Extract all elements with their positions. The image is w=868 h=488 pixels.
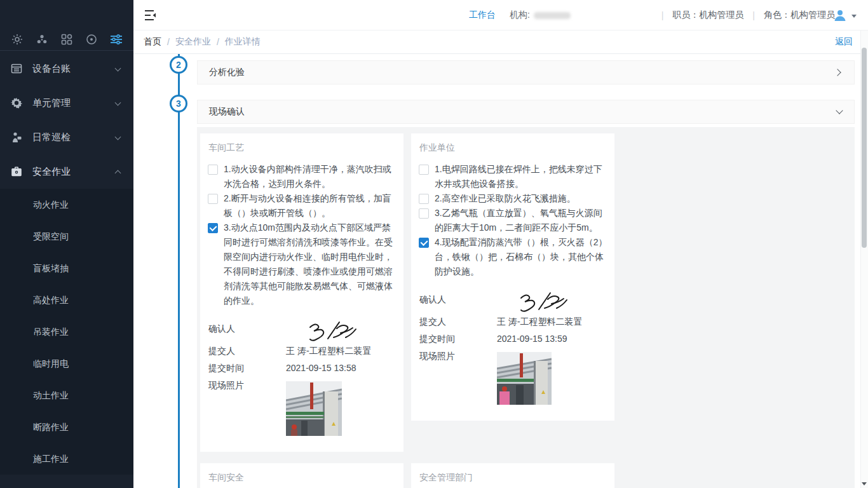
breadcrumb-safety-work[interactable]: 安全作业 — [175, 36, 211, 48]
org-label: 机构: — [510, 10, 530, 21]
card-title: 作业单位 — [419, 142, 609, 154]
sidebar-item-equipment-ledger[interactable]: 设备台账 — [0, 51, 133, 86]
card-title: 安全管理部门 — [419, 472, 609, 484]
menu-fold-icon[interactable] — [144, 10, 157, 21]
user-menu[interactable] — [833, 0, 857, 30]
checkbox[interactable] — [208, 165, 218, 175]
submitter-label: 提交人 — [208, 346, 286, 357]
checklist-item: 3.动火点10m范围内及动火点下部区域严禁同时进行可燃溶剂清洗和喷漆等作业。在受… — [206, 220, 398, 308]
checkbox[interactable] — [419, 208, 429, 219]
timeline-step-2: 2 — [170, 56, 187, 74]
card-workshop-process: 车间工艺 1.动火设备内部构件清理干净，蒸汽吹扫或水洗合格，达到用火条件。 2.… — [200, 133, 403, 452]
chevron-down-icon — [114, 133, 122, 141]
trefoil-icon[interactable] — [35, 32, 49, 46]
time-label: 提交时间 — [419, 334, 497, 345]
breadcrumb-job-detail: 作业详情 — [225, 36, 261, 48]
scroll-down-arrow-icon — [862, 482, 867, 485]
target-icon[interactable] — [85, 32, 98, 46]
checkbox[interactable] — [419, 238, 429, 248]
sidebar-item-daily-inspection[interactable]: 日常巡检 — [0, 120, 133, 154]
topbar-user-info: | 职员：机构管理员 | 角色：机构管理员 — [653, 0, 835, 30]
checkbox[interactable] — [208, 194, 218, 204]
site-photo[interactable] — [497, 351, 609, 405]
photo-label: 现场照片 — [419, 351, 497, 362]
submitter-label: 提交人 — [419, 316, 497, 328]
checkbox[interactable] — [208, 223, 218, 233]
org-name-redacted — [534, 12, 571, 19]
checklist-text: 4.现场配置消防蒸汽带（）根，灭火器（2）台，铁锹（）把，石棉布（）块，其他个体… — [435, 235, 609, 279]
photo-label: 现场照片 — [208, 380, 286, 391]
timeline-step-3: 3 — [170, 95, 187, 112]
checkbox[interactable] — [419, 165, 429, 175]
checklist-item: 3.乙烯气瓶（直立放置）、氧气瓶与火源间的距离大于10m，二者间距不应小于5m。 — [417, 206, 609, 235]
sidebar-item-label: 单元管理 — [32, 97, 114, 109]
sidebar-submenu-safety-work: 动火作业 受限空间 盲板堵抽 高处作业 吊装作业 临时用电 动土作业 断路作业 … — [0, 189, 133, 475]
sliders-icon[interactable] — [109, 32, 123, 46]
checklist-item: 1.动火设备内部构件清理干净，蒸汽吹扫或水洗合格，达到用火条件。 — [206, 162, 398, 191]
time-label: 提交时间 — [208, 363, 286, 374]
sidebar-subitem-construction-work[interactable]: 施工作业 — [0, 443, 133, 475]
sidebar-item-safety-work[interactable]: 安全作业 — [0, 154, 133, 189]
card-fields: 确认人 — [208, 323, 398, 436]
sidebar-item-label: 设备台账 — [32, 63, 114, 75]
confirm-row: 确认人 — [419, 294, 609, 311]
checklist-item: 2.断开与动火设备相连接的所有管线，加盲板（）块或断开管线（）。 — [206, 191, 398, 220]
back-button[interactable]: 返回 — [835, 36, 853, 48]
sidebar-subitem-blind-plate[interactable]: 盲板堵抽 — [0, 252, 133, 284]
scrollbar-down-button[interactable] — [860, 479, 868, 488]
sidebar-item-unit-management[interactable]: 单元管理 — [0, 86, 133, 120]
card-title: 车间工艺 — [208, 142, 398, 154]
section-title: 现场确认 — [209, 106, 245, 118]
sidebar-subitem-work-at-height[interactable]: 高处作业 — [0, 284, 133, 316]
time-row: 提交时间 2021-09-15 13:59 — [419, 334, 609, 345]
submitter-value: 王 涛-工程塑料二装置 — [286, 346, 398, 357]
sidebar-subitem-temporary-power[interactable]: 临时用电 — [0, 348, 133, 379]
breadcrumb-home[interactable]: 首页 — [144, 36, 161, 48]
sidebar-item-label: 日常巡检 — [32, 132, 114, 144]
checkbox[interactable] — [419, 194, 429, 204]
time-row: 提交时间 2021-09-15 13:58 — [208, 363, 398, 374]
vertical-scrollbar[interactable] — [860, 30, 868, 488]
confirm-row: 确认人 — [208, 323, 398, 340]
section-site-confirmation[interactable]: 现场确认 — [197, 100, 855, 124]
card-title: 车间安全 — [208, 472, 398, 484]
site-confirmation-panel: 车间工艺 1.动火设备内部构件清理干净，蒸汽吹扫或水洗合格，达到用火条件。 2.… — [197, 127, 855, 488]
time-value: 2021-09-15 13:59 — [497, 334, 609, 344]
submitter-row: 提交人 王 涛-工程塑料二装置 — [208, 346, 398, 357]
checklist-text: 2.断开与动火设备相连接的所有管线，加盲板（）块或断开管线（）。 — [224, 191, 398, 220]
card-safety-management-dept: 安全管理部门 确认人 — [411, 463, 614, 488]
app-window: 设备台账 单元管理 — [0, 0, 868, 488]
confirm-label: 确认人 — [208, 323, 286, 335]
photo-row: 现场照片 — [208, 380, 398, 436]
sidebar-subitem-earth-moving[interactable]: 动土作业 — [0, 379, 133, 411]
scrollbar-thumb[interactable] — [862, 48, 867, 248]
signature-image — [286, 323, 398, 340]
workbench-link[interactable]: 工作台 — [469, 10, 496, 21]
submitter-row: 提交人 王 涛-工程塑料二装置 — [419, 316, 609, 328]
section-title: 分析化验 — [209, 67, 245, 78]
checklist-text: 1.电焊回路线已接在焊件上，把线未穿过下水井或其他设备搭接。 — [435, 162, 609, 191]
sidebar-menu: 设备台账 单元管理 — [0, 51, 133, 475]
chevron-right-icon — [836, 69, 843, 76]
site-photo[interactable] — [286, 380, 398, 436]
confirm-label: 确认人 — [419, 294, 497, 306]
signature-image — [497, 294, 609, 311]
breadcrumb-separator: / — [217, 37, 219, 47]
ledger-icon — [10, 62, 23, 75]
main-content: 2 3 分析化验 现场确认 车间工艺 1.动火设备内部构件清理干净，蒸汽吹扫或水… — [133, 54, 868, 488]
inspector-icon — [10, 131, 23, 144]
sidebar-icon-strip — [0, 29, 133, 51]
chevron-down-icon — [836, 109, 843, 115]
time-value: 2021-09-15 13:58 — [286, 363, 398, 373]
sidebar-subitem-road-breaking[interactable]: 断路作业 — [0, 411, 133, 443]
sidebar-subitem-hot-work[interactable]: 动火作业 — [0, 189, 133, 220]
gear-icon[interactable] — [10, 32, 24, 46]
topbar: 工作台 机构: | 职员：机构管理员 | 角色：机构管理员 — [133, 0, 868, 30]
checklist-text: 3.乙烯气瓶（直立放置）、氧气瓶与火源间的距离大于10m，二者间距不应小于5m。 — [435, 206, 609, 235]
breadcrumb-bar: 首页 / 安全作业 / 作业详情 返回 — [133, 30, 868, 54]
sidebar-item-label: 安全作业 — [32, 166, 114, 178]
section-analysis-test[interactable]: 分析化验 — [197, 60, 855, 85]
sidebar-subitem-confined-space[interactable]: 受限空间 — [0, 220, 133, 252]
sidebar-subitem-lifting-work[interactable]: 吊装作业 — [0, 316, 133, 348]
grid-icon[interactable] — [60, 32, 74, 46]
